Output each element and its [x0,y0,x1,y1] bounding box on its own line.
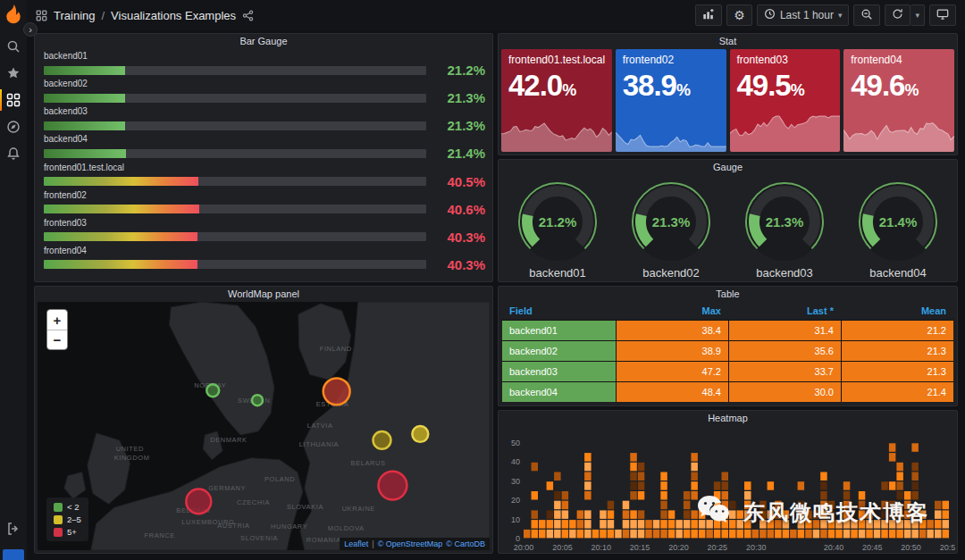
sign-in-icon [6,522,21,536]
panel-title[interactable]: Bar Gauge [35,34,492,49]
legend-label: 2–5 [67,514,81,524]
stat-tile-label: frontend01.test.local [501,49,612,66]
bar-gauge-value: 40.3% [433,230,485,245]
table-cell-last: 31.4 [729,321,841,340]
bar-gauge-value: 40.5% [433,174,485,189]
sidebar-item-sign-in[interactable] [0,515,27,542]
bar-gauge-row: backend0321.3% [44,106,485,133]
map-country-label: FRANCE [145,531,175,539]
panel-title[interactable]: Heatmap [499,411,957,426]
worldmap-canvas[interactable]: FINLANDNORWAYSWEDENESTONIALATVIALITHUANI… [38,302,490,550]
dashboard-grid-icon[interactable] [36,10,47,21]
map-data-circle[interactable] [373,431,391,449]
table-header-mean[interactable]: Mean [842,302,953,320]
gauge-label: backend02 [617,266,726,280]
sidebar-expand-toggle[interactable]: › [23,22,38,37]
svg-text:20:15: 20:15 [630,543,650,552]
table-cell-last: 30.0 [729,382,841,402]
gauge: 21.4%backend04 [843,175,952,280]
sidebar-item-dashboards[interactable] [0,87,27,113]
chevron-down-icon: ▾ [838,11,843,20]
map-country-label: BELARUS [351,459,386,467]
table-header: Field Max Last * Mean [502,302,953,320]
map-country-label: POLAND [264,475,295,483]
gauge-dial: 21.4% [845,175,951,264]
openstreetmap-link[interactable]: © OpenStreetMap [378,539,443,548]
map-data-circle[interactable] [378,472,407,500]
bar-gauge-row: frontend0340.3% [44,218,485,245]
bar-gauge-track [44,232,426,241]
dashboard-settings-button[interactable]: ⚙ [726,4,752,26]
map-data-circle[interactable] [412,426,428,442]
bar-gauge-label: frontend04 [44,246,485,255]
table-cell-max: 38.9 [617,341,728,361]
sidebar-bottom-badge[interactable] [3,549,24,560]
refresh-button[interactable] [885,4,910,26]
svg-text:21.3%: 21.3% [652,214,691,230]
leaflet-link[interactable]: Leaflet [344,539,368,548]
panel-title[interactable]: WorldMap panel [35,287,492,302]
map-attribution: Leaflet | © OpenStreetMap © CartoDB [340,538,490,550]
table-cell-field: backend03 [502,362,616,381]
map-zoom-in-button[interactable]: + [47,310,67,330]
bar-gauge-label: frontend01.test.local [44,163,485,172]
panel-table: Table Field Max Last * Mean backend0138.… [498,286,958,406]
bar-gauge-rows: backend0121.2%backend0221.3%backend0321.… [44,49,485,278]
table-header-last[interactable]: Last * [729,302,841,320]
cartodb-link[interactable]: © CartoDB [446,539,485,548]
grafana-logo[interactable] [4,4,23,24]
table-cell-field: backend02 [502,341,616,361]
bar-gauge-label: backend03 [44,106,485,116]
time-picker-button[interactable]: Last 1 hour ▾ [757,4,850,26]
map-country-label: SLOVAKIA [287,503,323,511]
bar-gauge-label: frontend03 [44,218,485,228]
map-zoom-control: + − [46,309,68,350]
svg-text:40: 40 [511,457,520,466]
gauge-label: backend03 [730,266,839,280]
map-data-circle[interactable] [252,395,263,405]
map-country-label: AUSTRIA [217,522,249,530]
sidebar-item-starred[interactable] [0,60,27,87]
gauge-dial: 21.3% [618,175,724,264]
map-country-label: KINGDOM [114,454,150,462]
zoom-out-button[interactable] [853,4,880,26]
svg-text:50: 50 [511,439,520,447]
panel-stat: Stat frontend01.test.local42.0%frontend0… [498,33,958,155]
bar-gauge-track [44,121,426,130]
map-country-label: SLOVENIA [240,534,278,542]
map-data-circle[interactable] [323,378,350,405]
zoom-out-icon [860,8,873,23]
bar-gauge-row: frontend01.test.local40.5% [44,163,485,189]
sidebar-item-search[interactable] [0,33,27,60]
sidebar-item-explore[interactable] [0,113,27,140]
stat-tile: frontend01.test.local42.0% [501,49,612,152]
table-header-max[interactable]: Max [617,302,728,320]
table-header-field[interactable]: Field [502,302,616,320]
map-country-label: DENMARK [210,436,247,444]
app-root: › Training / Visualizations Examples ⚙ L… [0,0,965,560]
map-country-label: FINLAND [320,345,352,353]
breadcrumb-title[interactable]: Visualizations Examples [111,9,236,22]
panel-title[interactable]: Table [499,287,957,302]
add-panel-button[interactable] [695,4,722,26]
gauge: 21.2%backend01 [503,175,612,280]
stat-sparkline [616,111,726,152]
svg-text:20:20: 20:20 [668,543,689,552]
kiosk-mode-button[interactable] [929,4,956,26]
refresh-interval-button[interactable]: ▾ [910,4,925,26]
bar-gauge-row: backend0421.4% [44,134,485,161]
map-zoom-out-button[interactable]: − [47,330,67,349]
bar-gauge-track [44,260,426,269]
map-data-circle[interactable] [206,384,219,397]
table: Field Max Last * Mean backend0138.431.42… [502,302,953,402]
sidebar-item-alerting[interactable] [0,140,27,167]
gauge: 21.3%backend03 [730,175,839,280]
svg-text:10: 10 [511,515,520,524]
share-icon[interactable] [242,10,254,21]
refresh-icon [892,8,903,22]
panel-title[interactable]: Gauge [499,160,957,175]
panel-title[interactable]: Stat [499,34,957,49]
breadcrumb-folder[interactable]: Training [54,9,95,22]
bar-gauge-fill [44,260,197,269]
map-data-circle[interactable] [186,489,211,514]
